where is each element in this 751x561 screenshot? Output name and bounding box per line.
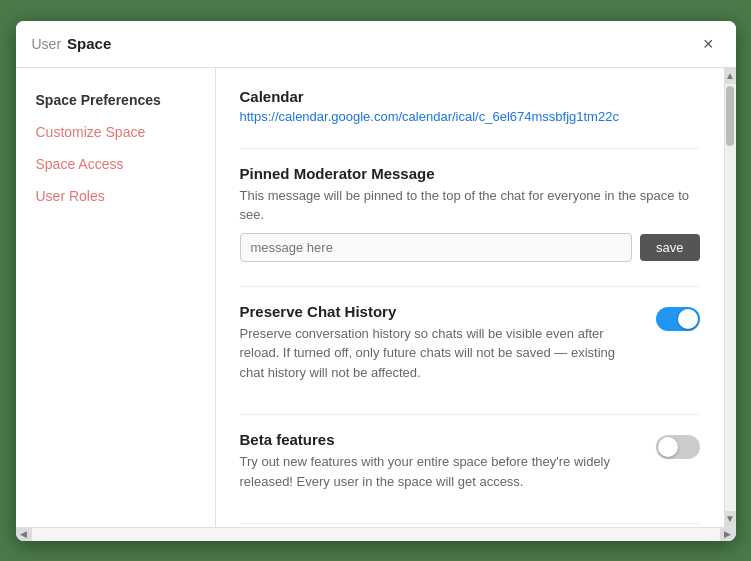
pinned-moderator-desc: This message will be pinned to the top o…	[240, 186, 700, 225]
sidebar-item-space-access[interactable]: Space Access	[16, 148, 215, 180]
header-space-label: Space	[67, 35, 111, 52]
scroll-right-arrow[interactable]: ▶	[720, 528, 736, 541]
preserve-chat-toggle[interactable]	[656, 307, 700, 331]
beta-features-title: Beta features	[240, 431, 640, 448]
modal-header: User Space ×	[16, 21, 736, 68]
beta-features-toggle[interactable]	[656, 435, 700, 459]
pinned-moderator-title: Pinned Moderator Message	[240, 165, 700, 182]
beta-features-section: Beta features Try out new features with …	[240, 431, 700, 499]
scroll-down-arrow[interactable]: ▼	[725, 511, 736, 527]
divider-4	[240, 523, 700, 524]
preserve-chat-desc: Preserve conversation history so chats w…	[240, 324, 640, 383]
modal-body: Space Preferences Customize Space Space …	[16, 68, 736, 527]
close-button[interactable]: ×	[697, 33, 720, 55]
preserve-chat-row: Preserve Chat History Preserve conversat…	[240, 303, 700, 391]
divider-3	[240, 414, 700, 415]
scroll-left-arrow[interactable]: ◀	[16, 528, 32, 541]
sidebar-item-user-roles[interactable]: User Roles	[16, 180, 215, 212]
beta-features-desc: Try out new features with your entire sp…	[240, 452, 640, 491]
pinned-moderator-section: Pinned Moderator Message This message wi…	[240, 165, 700, 262]
main-content: Calendar https://calendar.google.com/cal…	[216, 68, 724, 527]
preserve-chat-title: Preserve Chat History	[240, 303, 640, 320]
calendar-url[interactable]: https://calendar.google.com/calendar/ica…	[240, 109, 700, 124]
sidebar: Space Preferences Customize Space Space …	[16, 68, 216, 527]
save-button[interactable]: save	[640, 234, 699, 261]
pinned-moderator-row: save	[240, 233, 700, 262]
scroll-thumb[interactable]	[726, 86, 734, 146]
preserve-chat-text: Preserve Chat History Preserve conversat…	[240, 303, 640, 391]
sidebar-item-customize-space[interactable]: Customize Space	[16, 116, 215, 148]
horizontal-scrollbar[interactable]: ◀ ▶	[16, 527, 736, 541]
beta-features-text: Beta features Try out new features with …	[240, 431, 640, 499]
calendar-section: Calendar https://calendar.google.com/cal…	[240, 88, 700, 124]
pinned-message-input[interactable]	[240, 233, 633, 262]
scroll-bottom-track	[32, 528, 720, 541]
preserve-chat-section: Preserve Chat History Preserve conversat…	[240, 303, 700, 391]
divider-1	[240, 148, 700, 149]
header-user-label: User	[32, 36, 62, 52]
beta-features-row: Beta features Try out new features with …	[240, 431, 700, 499]
vertical-scrollbar[interactable]: ▲ ▼	[724, 68, 736, 527]
calendar-title: Calendar	[240, 88, 700, 105]
sidebar-item-space-preferences[interactable]: Space Preferences	[16, 84, 215, 116]
scroll-up-arrow[interactable]: ▲	[725, 68, 736, 84]
divider-2	[240, 286, 700, 287]
main-right-scroll: Calendar https://calendar.google.com/cal…	[216, 68, 736, 527]
